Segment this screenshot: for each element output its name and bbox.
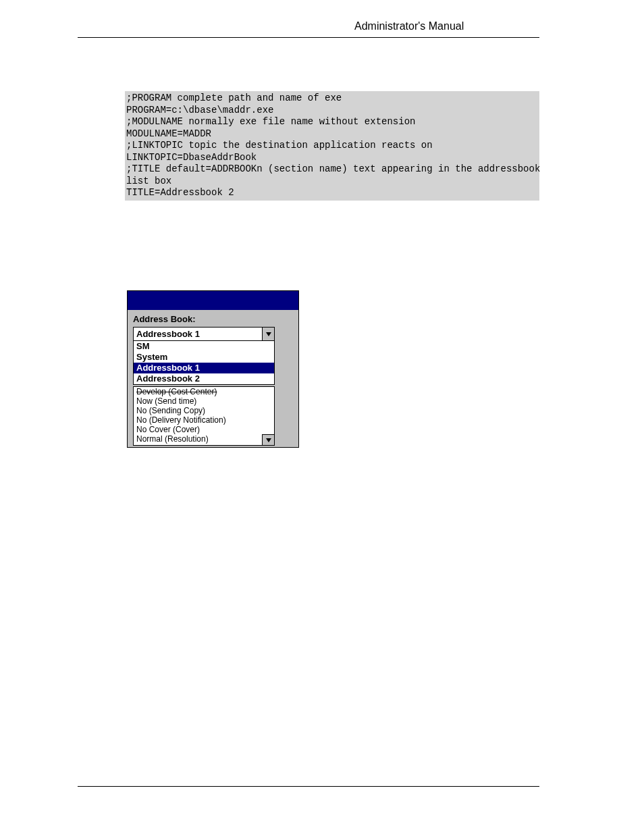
setting-sending-copy[interactable]: No (Sending Copy) xyxy=(136,406,271,415)
setting-resolution[interactable]: Normal (Resolution) xyxy=(136,434,271,444)
chevron-down-icon xyxy=(265,331,272,338)
config-code-block: ;PROGRAM complete path and name of exe P… xyxy=(125,91,539,201)
setting-cover[interactable]: No Cover (Cover) xyxy=(136,425,271,434)
addressbook-combo[interactable]: Addressbook 1 xyxy=(133,327,275,341)
dropdown-option-sm[interactable]: SM xyxy=(134,341,274,352)
dropdown-option-addressbook1[interactable]: Addressbook 1 xyxy=(134,363,274,373)
setting-cost-center[interactable]: Develop (Cost Center) xyxy=(136,387,271,396)
svg-marker-1 xyxy=(266,438,271,442)
addressbook-dialog: Address Book: Addressbook 1 SM System Ad… xyxy=(127,290,299,448)
page-header-title: Administrator's Manual xyxy=(354,20,464,32)
settings-list-inner: Develop (Cost Center) Now (Send time) No… xyxy=(134,387,274,445)
combo-selected-text: Addressbook 1 xyxy=(134,328,262,340)
chevron-down-icon xyxy=(265,437,272,444)
setting-send-time[interactable]: Now (Send time) xyxy=(136,396,271,406)
dropdown-option-addressbook2[interactable]: Addressbook 2 xyxy=(134,373,274,384)
footer-rule xyxy=(78,786,539,787)
svg-marker-0 xyxy=(266,332,271,336)
settings-listbox[interactable]: Develop (Cost Center) Now (Send time) No… xyxy=(133,386,275,446)
page: Administrator's Manual ;PROGRAM complete… xyxy=(0,0,644,834)
listbox-scroll-down-button[interactable] xyxy=(262,434,274,445)
setting-delivery-notification[interactable]: No (Delivery Notification) xyxy=(136,415,271,425)
addressbook-label: Address Book: xyxy=(133,314,293,324)
addressbook-dropdown-list[interactable]: SM System Addressbook 1 Addressbook 2 xyxy=(133,341,275,385)
dropdown-option-system[interactable]: System xyxy=(134,352,274,363)
header-rule xyxy=(78,37,539,38)
dialog-titlebar[interactable] xyxy=(128,291,298,310)
combo-dropdown-button[interactable] xyxy=(262,328,274,340)
dialog-body: Address Book: Addressbook 1 SM System Ad… xyxy=(128,310,298,447)
